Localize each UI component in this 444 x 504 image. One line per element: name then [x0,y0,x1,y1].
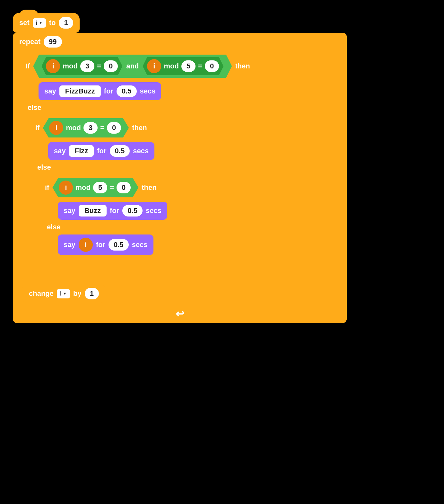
fizz-value[interactable]: Fizz [69,145,94,157]
variable-dropdown-i2[interactable]: i [57,289,70,298]
for2-label: for [97,147,106,155]
secs3-value[interactable]: 0.5 [122,205,143,217]
fizzbuzz-value[interactable]: FizzBuzz [59,85,101,97]
and-condition[interactable]: i mod 3 = 0 and i [33,55,232,78]
say2-label: say [54,147,66,155]
if2-close [32,266,218,272]
secs2-label: secs [133,147,149,155]
secs2-value[interactable]: 0.5 [110,145,130,157]
for3-label: for [110,207,119,215]
then1-label: then [235,62,250,70]
if1-block[interactable]: If i mod 3 = 0 and [22,51,347,283]
by-label: by [73,289,82,298]
change-block[interactable]: change i by 1 [22,285,105,303]
cond2-val[interactable]: 0 [205,60,219,72]
eq2-label: = [198,62,202,70]
cond1-num[interactable]: 3 [80,60,94,72]
change-section: change i by 1 [22,283,347,305]
cond2-num[interactable]: 5 [181,60,196,72]
eq1-label: = [97,62,101,70]
and-label: and [126,62,139,70]
change-label: change [29,289,54,298]
if3-cond[interactable]: i mod 5 = 0 [52,178,138,197]
to-label: to [49,19,56,27]
var-i-1[interactable]: i [46,59,60,73]
if3-label: if [45,183,49,192]
else2-body: if i mod 5 = 0 [32,173,347,266]
say-buzz-block[interactable]: say Buzz for 0.5 secs [58,202,167,220]
else3-body: say i for 0.5 secs [42,233,347,257]
secs1-value[interactable]: 0.5 [117,85,137,97]
else1-label: else [22,102,47,113]
if2-body: say Fizz for 0.5 secs [32,140,347,162]
if1-body: say FizzBuzz for 0.5 secs [22,80,347,102]
eq3: = [100,124,104,132]
then2-label: then [132,124,147,132]
secs1-label: secs [140,87,156,95]
say4-label: say [64,241,75,249]
var-i-4[interactable]: i [59,181,73,195]
buzz-value[interactable]: Buzz [79,205,107,217]
secs3-label: secs [146,207,161,215]
var-i-say[interactable]: i [79,238,93,252]
say3-label: say [64,207,75,215]
cond4-num[interactable]: 5 [93,182,107,193]
repeat-label: repeat [19,38,40,46]
if3-block[interactable]: if i mod 5 = 0 [42,174,347,265]
eq4: = [110,183,114,192]
if2-label: if [35,124,39,132]
change-value[interactable]: 1 [85,288,99,299]
else1-section: else [22,102,347,113]
cond2[interactable]: i mod 5 = 0 [143,57,223,75]
mod4-label: mod [75,183,90,192]
cond1[interactable]: i mod 3 = 0 [41,57,122,75]
say-i-block[interactable]: say i for 0.5 secs [58,234,153,255]
if3-close [42,257,218,263]
say-fizzbuzz-block[interactable]: say FizzBuzz for 0.5 secs [39,82,161,100]
repeat-header[interactable]: repeat 99 [13,33,347,51]
then3-label: then [142,183,156,192]
scratch-program: set i to 1 repeat 99 If [6,6,438,330]
repeat-footer: ↩ [13,305,347,323]
if2-cond[interactable]: i mod 3 = 0 [43,118,129,137]
set-label: set [19,19,30,27]
else2-label: else [32,161,56,173]
say1-label: say [44,87,56,95]
cond4-val[interactable]: 0 [117,182,131,193]
for4-label: for [96,241,105,249]
repeat-block[interactable]: repeat 99 If i mod [13,33,347,323]
variable-dropdown-i[interactable]: i [33,18,46,28]
if3-body: say Buzz for 0.5 secs [42,200,347,222]
cond3-val[interactable]: 0 [107,122,121,134]
for1-label: for [104,87,113,95]
secs4-value[interactable]: 0.5 [109,239,129,251]
mod2-label: mod [164,62,178,70]
set-block[interactable]: set i to 1 [13,13,80,33]
else3-section: else [42,222,347,233]
var-i-3[interactable]: i [49,121,63,135]
else1-body: if i mod 3 = 0 then [22,113,347,275]
else2-section: else [32,162,347,173]
say-fizz-block[interactable]: say Fizz for 0.5 secs [48,142,154,160]
mod3-label: mod [66,124,81,132]
loop-arrow-icon: ↩ [176,308,184,320]
cond3-num[interactable]: 3 [83,122,98,134]
mod1-label: mod [63,62,77,70]
var-i-2[interactable]: i [147,59,161,73]
repeat-count[interactable]: 99 [44,36,62,48]
cond1-val[interactable]: 0 [104,60,118,72]
secs4-label: secs [132,241,148,249]
set-value[interactable]: 1 [59,17,73,29]
if1-label: If [26,62,30,70]
if2-block[interactable]: if i mod 3 = 0 then [32,114,347,274]
if1-close [22,275,347,281]
else3-label: else [42,221,66,233]
